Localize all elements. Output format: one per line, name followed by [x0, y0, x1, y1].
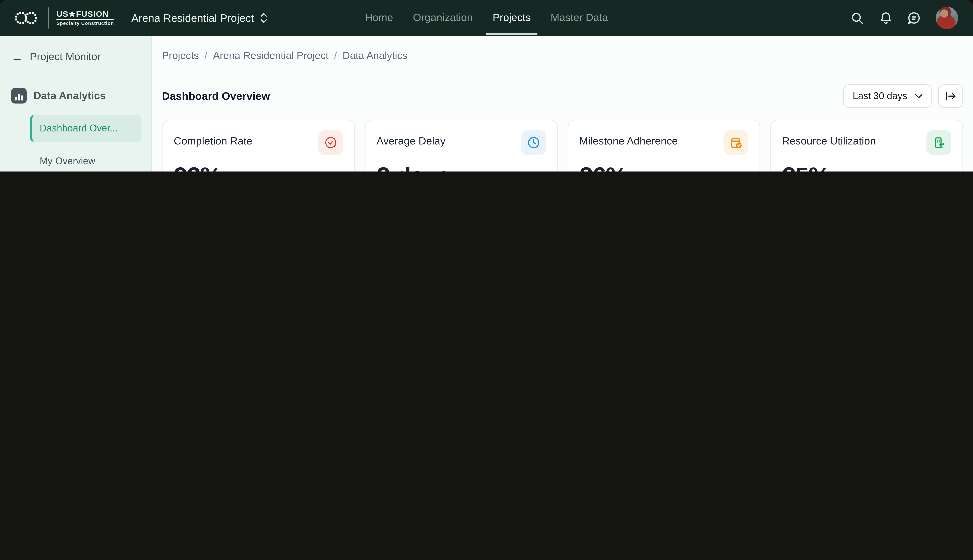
nav-organization[interactable]: Organization	[412, 9, 474, 27]
sidebar-item-label: My Overview	[40, 155, 95, 166]
sidebar-section-label: Data Analytics	[33, 90, 106, 102]
breadcrumb-separator: /	[204, 50, 207, 62]
building-users-icon	[926, 130, 951, 155]
calendar-check-icon	[724, 130, 749, 155]
kpi-title: Completion Rate	[174, 135, 252, 148]
main-nav: Home Organization Projects Master Data	[364, 9, 609, 27]
project-selector-label: Arena Residential Project	[131, 12, 254, 25]
topbar: US★FUSION Specialty Construction Arena R…	[0, 0, 973, 36]
chevron-down-icon	[914, 94, 923, 99]
nav-home[interactable]: Home	[364, 9, 394, 27]
bar-chart-icon	[11, 88, 27, 103]
notifications-bell-icon[interactable]	[879, 11, 892, 25]
sidebar: ← Project Monitor Data Analytics Dashboa…	[0, 36, 152, 172]
breadcrumb-projects[interactable]: Projects	[162, 50, 199, 62]
kpi-delta: -1	[489, 171, 498, 172]
kpi-value: 92%	[174, 163, 222, 172]
project-selector[interactable]: Arena Residential Project	[131, 12, 268, 25]
kpi-title: Milestone Adherence	[579, 135, 678, 148]
kpi-title: Resource Utilization	[782, 135, 876, 148]
kpi-card-resource-utilization: Resource Utilization	[770, 120, 963, 172]
date-range-dropdown[interactable]: Last 30 days	[843, 84, 932, 108]
nav-projects[interactable]: Projects	[492, 9, 532, 27]
brand-line1: US★FUSION	[57, 10, 114, 18]
nav-master-data[interactable]: Master Data	[549, 9, 609, 27]
sidebar-item-my-overview[interactable]: My Overview	[30, 152, 142, 170]
kpi-delta-suffix: last month	[907, 171, 951, 172]
breadcrumb-separator: /	[334, 50, 337, 62]
sidebar-item-label: Dashboard Over...	[40, 123, 118, 133]
breadcrumb-data-analytics[interactable]: Data Analytics	[343, 50, 407, 62]
kpi-delta-suffix: last month	[704, 171, 749, 172]
chevron-up-down-icon	[259, 12, 268, 24]
brand-line2: Specialty Construction	[57, 20, 114, 26]
badge-check-icon	[318, 130, 343, 155]
topbar-actions	[850, 7, 958, 29]
main-content: Projects / Arena Residential Project / D…	[152, 36, 973, 172]
kpi-card-completion-rate: Completion Rate 92% +15% last month	[162, 120, 355, 172]
kpi-delta-suffix: last month	[299, 171, 343, 172]
date-range-label: Last 30 days	[853, 91, 907, 102]
kpi-delta: +2%	[681, 171, 700, 172]
kpi-value: 86%	[579, 163, 627, 172]
kpi-delta: -5	[894, 171, 903, 172]
kpi-row: Completion Rate 92% +15% last month	[162, 120, 963, 172]
app-window: US★FUSION Specialty Construction Arena R…	[0, 0, 973, 172]
messages-icon[interactable]	[907, 11, 921, 25]
search-icon[interactable]	[850, 11, 864, 25]
user-avatar[interactable]	[936, 7, 958, 29]
kpi-title: Average Delay	[376, 135, 446, 148]
kpi-trend: -1 last month	[475, 171, 546, 172]
export-button[interactable]	[938, 84, 963, 108]
sidebar-section-data-analytics[interactable]: Data Analytics	[11, 88, 142, 103]
export-icon	[945, 91, 956, 101]
breadcrumb-project-name[interactable]: Arena Residential Project	[213, 50, 328, 62]
brand: US★FUSION Specialty Construction	[12, 7, 114, 28]
brand-divider	[48, 7, 49, 28]
clock-icon	[521, 130, 546, 155]
sidebar-back-project-monitor[interactable]: ← Project Monitor	[11, 51, 142, 63]
kpi-card-average-delay: Average Delay 2 days -1 last month	[364, 120, 558, 172]
sidebar-back-label: Project Monitor	[30, 51, 101, 63]
sidebar-item-dashboard-overview[interactable]: Dashboard Over...	[30, 115, 142, 142]
kpi-trend: +15% last month	[256, 171, 343, 172]
kpi-trend: +2% last month	[667, 171, 749, 172]
kpi-value: 85%	[782, 163, 830, 172]
infinity-logo-icon	[12, 10, 41, 26]
kpi-delta: +15%	[270, 171, 295, 172]
brand-text: US★FUSION Specialty Construction	[57, 10, 114, 26]
breadcrumb: Projects / Arena Residential Project / D…	[162, 50, 963, 62]
back-arrow-icon: ←	[11, 51, 23, 63]
page-title: Dashboard Overview	[162, 90, 270, 103]
kpi-card-milestone-adherence: Milestone Adherence 86%	[567, 120, 760, 172]
kpi-trend: -5 last month	[880, 171, 951, 172]
kpi-delta-suffix: last month	[501, 171, 546, 172]
kpi-value: 2 days	[376, 163, 450, 172]
